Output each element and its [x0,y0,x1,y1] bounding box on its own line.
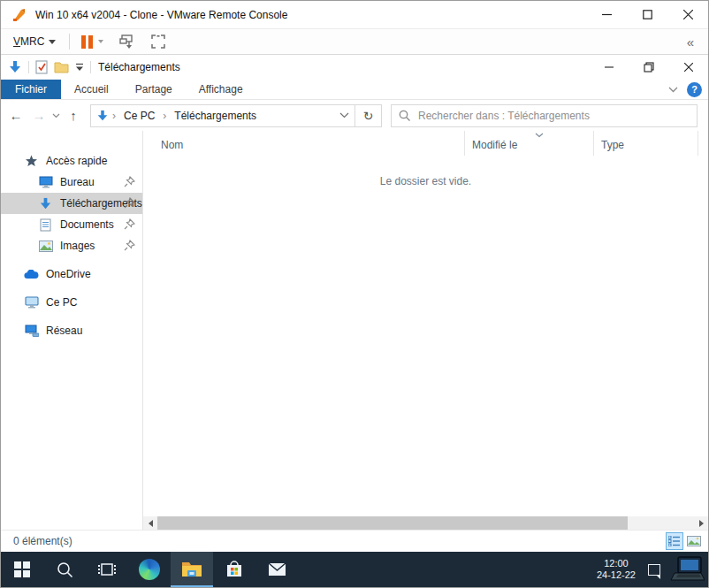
up-button[interactable]: ↑ [64,105,83,126]
breadcrumb-ce-pc[interactable]: Ce PC [119,110,159,122]
download-arrow-icon [38,196,53,210]
edge-taskbar-button[interactable] [128,552,171,587]
breadcrumb-separator: › [161,110,168,122]
quick-access-star-icon [24,154,39,168]
column-header-modifie-le[interactable]: Modifié le [465,131,594,156]
properties-icon[interactable] [35,60,48,74]
explorer-minimize-button[interactable] [589,55,629,80]
edge-icon [139,559,160,580]
scroll-right-button[interactable] [694,516,708,530]
onedrive-cloud-icon [24,267,39,281]
details-view-button[interactable] [666,532,683,550]
navigation-pane: Accès rapide Bureau [1,131,142,530]
customize-quick-access-icon[interactable] [75,63,84,72]
sidebar-item-ce-pc[interactable]: Ce PC [1,292,142,313]
send-ctrl-alt-del-icon [119,34,137,50]
file-list-area[interactable]: Le dossier est vide. [143,156,708,516]
large-icons-view-button[interactable] [685,532,703,550]
horizontal-scrollbar[interactable] [143,516,708,530]
pause-icon [81,35,93,49]
task-view-button[interactable] [86,552,128,587]
taskbar-search-button[interactable] [43,552,86,587]
file-list-pane: Nom Modifié le Type Le dos [142,131,708,530]
windows-logo-icon [14,561,30,577]
fullscreen-icon [149,34,167,50]
help-button[interactable]: ? [687,82,702,97]
tab-affichage[interactable]: Affichage [186,80,256,99]
ribbon-tab-bar: Fichier Accueil Partage Affichage ? [1,80,708,100]
column-headers: Nom Modifié le Type [143,131,708,156]
pin-icon [124,240,135,251]
suspend-vm-button[interactable] [78,35,107,49]
breadcrumb-separator: › [111,110,118,122]
restore-icon [644,62,654,73]
vmrc-menu-button[interactable]: VMRC [8,33,61,50]
sort-descending-chevron-icon [535,133,544,138]
sidebar-item-telechargements[interactable]: Téléchargements [1,193,142,214]
expand-ribbon-chevron-icon[interactable] [668,87,678,93]
file-explorer-taskbar-button[interactable] [171,552,213,587]
sidebar-item-bureau[interactable]: Bureau [1,172,142,193]
back-button[interactable]: ← [6,105,26,126]
console-titlebar: Win 10 x64 v2004 - Clone - VMware Remote… [1,1,708,28]
network-icon [24,324,39,338]
toolbar-divider [69,34,70,50]
refresh-button[interactable]: ↻ [355,104,382,127]
sidebar-item-documents[interactable]: Documents [1,214,142,235]
sidebar-item-reseau[interactable]: Réseau [1,320,142,341]
tab-fichier[interactable]: Fichier [1,80,61,99]
store-taskbar-button[interactable] [213,552,255,587]
address-dropdown-chevron-icon[interactable] [339,112,349,118]
start-button[interactable] [1,552,43,587]
forward-button[interactable]: → [29,105,49,126]
console-maximize-button[interactable] [627,1,667,28]
tab-partage[interactable]: Partage [122,80,186,99]
search-input[interactable] [418,110,690,122]
taskbar-clock[interactable]: 12:00 24-12-22 [597,558,636,581]
console-title: Win 10 x64 v2004 - Clone - VMware Remote… [35,9,586,21]
navigation-bar: ← → ↑ › Ce PC › Téléchargements [1,100,708,131]
sidebar-item-label: Images [60,240,95,252]
document-icon [38,218,53,232]
scroll-left-button[interactable] [143,516,157,530]
explorer-restore-button[interactable] [629,55,668,80]
pin-icon [124,197,135,209]
vmware-logo-icon [11,7,27,23]
console-toolbar: VMRC « [1,28,708,55]
collapse-toolbar-button[interactable]: « [678,34,701,50]
chevron-down-icon [98,40,103,43]
breadcrumb-telechargements[interactable]: Téléchargements [170,110,261,122]
divider [90,61,91,73]
chevron-down-icon [49,40,56,44]
fullscreen-button[interactable] [149,34,167,50]
vmrc-menu-label: VMRC [13,35,44,48]
sidebar-item-images[interactable]: Images [1,235,142,256]
scrollbar-thumb[interactable] [157,516,628,530]
console-close-button[interactable] [667,1,708,28]
task-view-icon [98,562,116,577]
explorer-titlebar: Téléchargements [1,55,708,80]
pin-icon [124,218,135,230]
action-center-icon[interactable] [648,564,660,576]
search-icon [57,561,73,578]
sidebar-item-onedrive[interactable]: OneDrive [1,263,142,285]
console-minimize-button[interactable] [586,1,627,28]
mail-taskbar-button[interactable] [255,552,298,587]
send-ctrl-alt-del-button[interactable] [119,34,137,50]
status-bar: 0 élément(s) [1,530,708,552]
empty-folder-message: Le dossier est vide. [143,175,708,187]
column-header-nom[interactable]: Nom [143,131,465,156]
vmware-console-window: Win 10 x64 v2004 - Clone - VMware Remote… [0,0,709,588]
search-box[interactable] [391,104,698,127]
sidebar-item-acces-rapide[interactable]: Accès rapide [1,150,142,172]
mail-icon [268,562,286,577]
column-header-type[interactable]: Type [594,131,698,156]
address-bar[interactable]: › Ce PC › Téléchargements [90,104,355,127]
recent-locations-chevron-icon[interactable] [52,113,60,118]
sidebar-item-label: Ce PC [46,296,77,309]
sidebar-item-label: Bureau [60,176,95,188]
explorer-close-button[interactable] [668,55,708,80]
downloads-folder-icon [96,110,109,122]
tab-accueil[interactable]: Accueil [61,80,122,99]
new-folder-icon[interactable] [54,61,69,73]
